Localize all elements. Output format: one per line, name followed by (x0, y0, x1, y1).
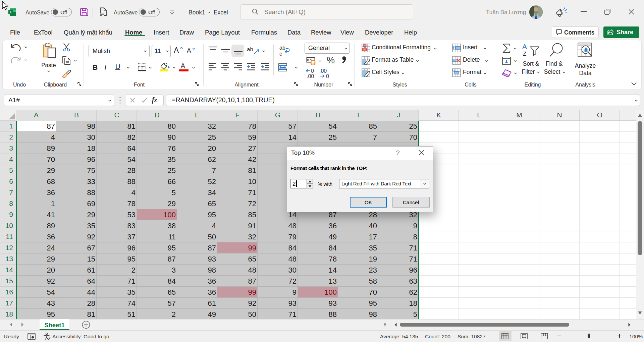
svg-text:ab: ab (279, 45, 285, 51)
svg-text:c: c (279, 51, 282, 56)
svg-text:0: 0 (311, 68, 314, 74)
svg-text:0: 0 (326, 73, 329, 79)
svg-text:.00: .00 (319, 68, 327, 74)
svg-text:.00: .00 (307, 73, 314, 79)
